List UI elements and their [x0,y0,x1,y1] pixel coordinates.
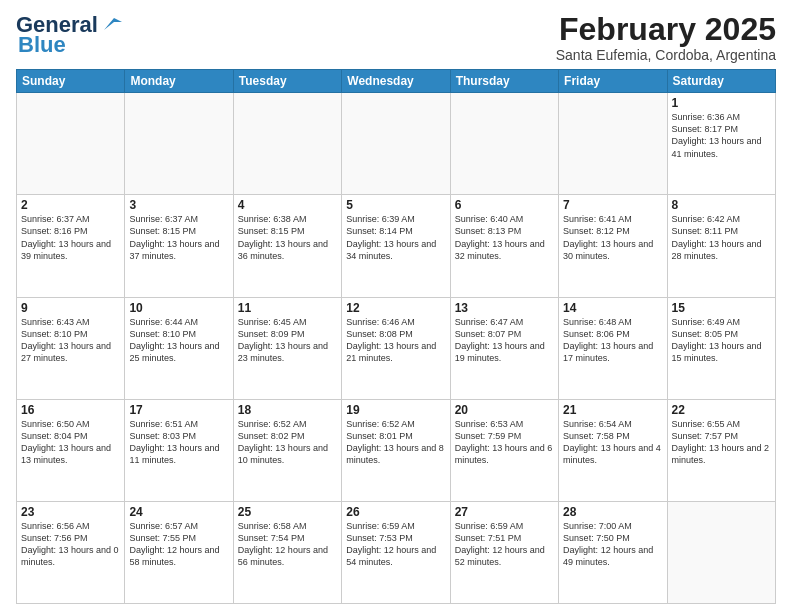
day-info: Sunrise: 6:52 AM Sunset: 8:01 PM Dayligh… [346,418,445,467]
table-row: 3Sunrise: 6:37 AM Sunset: 8:15 PM Daylig… [125,195,233,297]
day-number: 20 [455,403,554,417]
table-row: 10Sunrise: 6:44 AM Sunset: 8:10 PM Dayli… [125,297,233,399]
table-row [667,501,775,603]
table-row: 12Sunrise: 6:46 AM Sunset: 8:08 PM Dayli… [342,297,450,399]
day-info: Sunrise: 6:52 AM Sunset: 8:02 PM Dayligh… [238,418,337,467]
day-info: Sunrise: 6:57 AM Sunset: 7:55 PM Dayligh… [129,520,228,569]
day-number: 7 [563,198,662,212]
calendar-title: February 2025 [556,12,776,47]
col-tuesday: Tuesday [233,70,341,93]
table-row: 20Sunrise: 6:53 AM Sunset: 7:59 PM Dayli… [450,399,558,501]
table-row: 1Sunrise: 6:36 AM Sunset: 8:17 PM Daylig… [667,93,775,195]
day-info: Sunrise: 6:37 AM Sunset: 8:15 PM Dayligh… [129,213,228,262]
day-number: 14 [563,301,662,315]
table-row: 22Sunrise: 6:55 AM Sunset: 7:57 PM Dayli… [667,399,775,501]
logo: General Blue [16,12,122,58]
day-info: Sunrise: 6:42 AM Sunset: 8:11 PM Dayligh… [672,213,771,262]
table-row: 19Sunrise: 6:52 AM Sunset: 8:01 PM Dayli… [342,399,450,501]
table-row: 27Sunrise: 6:59 AM Sunset: 7:51 PM Dayli… [450,501,558,603]
day-info: Sunrise: 6:50 AM Sunset: 8:04 PM Dayligh… [21,418,120,467]
day-info: Sunrise: 6:37 AM Sunset: 8:16 PM Dayligh… [21,213,120,262]
day-number: 6 [455,198,554,212]
day-number: 5 [346,198,445,212]
day-info: Sunrise: 6:44 AM Sunset: 8:10 PM Dayligh… [129,316,228,365]
table-row: 18Sunrise: 6:52 AM Sunset: 8:02 PM Dayli… [233,399,341,501]
day-info: Sunrise: 6:45 AM Sunset: 8:09 PM Dayligh… [238,316,337,365]
table-row: 16Sunrise: 6:50 AM Sunset: 8:04 PM Dayli… [17,399,125,501]
calendar-week-row: 16Sunrise: 6:50 AM Sunset: 8:04 PM Dayli… [17,399,776,501]
day-info: Sunrise: 6:39 AM Sunset: 8:14 PM Dayligh… [346,213,445,262]
day-number: 1 [672,96,771,110]
day-number: 15 [672,301,771,315]
table-row [450,93,558,195]
day-number: 9 [21,301,120,315]
col-saturday: Saturday [667,70,775,93]
calendar-subtitle: Santa Eufemia, Cordoba, Argentina [556,47,776,63]
col-wednesday: Wednesday [342,70,450,93]
day-info: Sunrise: 6:56 AM Sunset: 7:56 PM Dayligh… [21,520,120,569]
day-number: 18 [238,403,337,417]
table-row: 23Sunrise: 6:56 AM Sunset: 7:56 PM Dayli… [17,501,125,603]
col-monday: Monday [125,70,233,93]
table-row: 25Sunrise: 6:58 AM Sunset: 7:54 PM Dayli… [233,501,341,603]
day-info: Sunrise: 6:46 AM Sunset: 8:08 PM Dayligh… [346,316,445,365]
calendar-week-row: 23Sunrise: 6:56 AM Sunset: 7:56 PM Dayli… [17,501,776,603]
table-row: 7Sunrise: 6:41 AM Sunset: 8:12 PM Daylig… [559,195,667,297]
day-number: 17 [129,403,228,417]
day-info: Sunrise: 6:54 AM Sunset: 7:58 PM Dayligh… [563,418,662,467]
logo-bird-icon [100,12,122,34]
day-info: Sunrise: 6:41 AM Sunset: 8:12 PM Dayligh… [563,213,662,262]
day-info: Sunrise: 6:38 AM Sunset: 8:15 PM Dayligh… [238,213,337,262]
table-row: 8Sunrise: 6:42 AM Sunset: 8:11 PM Daylig… [667,195,775,297]
day-info: Sunrise: 6:43 AM Sunset: 8:10 PM Dayligh… [21,316,120,365]
page: General Blue February 2025 Santa Eufemia… [0,0,792,612]
header: General Blue February 2025 Santa Eufemia… [16,12,776,63]
table-row: 9Sunrise: 6:43 AM Sunset: 8:10 PM Daylig… [17,297,125,399]
day-info: Sunrise: 6:53 AM Sunset: 7:59 PM Dayligh… [455,418,554,467]
col-friday: Friday [559,70,667,93]
day-number: 11 [238,301,337,315]
day-number: 26 [346,505,445,519]
day-number: 3 [129,198,228,212]
svg-marker-0 [104,18,122,30]
table-row: 15Sunrise: 6:49 AM Sunset: 8:05 PM Dayli… [667,297,775,399]
day-number: 8 [672,198,771,212]
day-info: Sunrise: 6:55 AM Sunset: 7:57 PM Dayligh… [672,418,771,467]
table-row [342,93,450,195]
day-info: Sunrise: 6:48 AM Sunset: 8:06 PM Dayligh… [563,316,662,365]
table-row: 26Sunrise: 6:59 AM Sunset: 7:53 PM Dayli… [342,501,450,603]
calendar-week-row: 2Sunrise: 6:37 AM Sunset: 8:16 PM Daylig… [17,195,776,297]
day-info: Sunrise: 7:00 AM Sunset: 7:50 PM Dayligh… [563,520,662,569]
table-row: 13Sunrise: 6:47 AM Sunset: 8:07 PM Dayli… [450,297,558,399]
day-number: 27 [455,505,554,519]
table-row: 4Sunrise: 6:38 AM Sunset: 8:15 PM Daylig… [233,195,341,297]
calendar-header-row: Sunday Monday Tuesday Wednesday Thursday… [17,70,776,93]
table-row: 28Sunrise: 7:00 AM Sunset: 7:50 PM Dayli… [559,501,667,603]
day-number: 12 [346,301,445,315]
day-number: 4 [238,198,337,212]
day-number: 2 [21,198,120,212]
day-info: Sunrise: 6:49 AM Sunset: 8:05 PM Dayligh… [672,316,771,365]
calendar-week-row: 1Sunrise: 6:36 AM Sunset: 8:17 PM Daylig… [17,93,776,195]
day-number: 24 [129,505,228,519]
table-row [125,93,233,195]
table-row: 21Sunrise: 6:54 AM Sunset: 7:58 PM Dayli… [559,399,667,501]
day-info: Sunrise: 6:40 AM Sunset: 8:13 PM Dayligh… [455,213,554,262]
day-info: Sunrise: 6:51 AM Sunset: 8:03 PM Dayligh… [129,418,228,467]
table-row: 14Sunrise: 6:48 AM Sunset: 8:06 PM Dayli… [559,297,667,399]
day-info: Sunrise: 6:36 AM Sunset: 8:17 PM Dayligh… [672,111,771,160]
day-number: 16 [21,403,120,417]
day-info: Sunrise: 6:47 AM Sunset: 8:07 PM Dayligh… [455,316,554,365]
table-row: 17Sunrise: 6:51 AM Sunset: 8:03 PM Dayli… [125,399,233,501]
table-row: 2Sunrise: 6:37 AM Sunset: 8:16 PM Daylig… [17,195,125,297]
day-number: 13 [455,301,554,315]
day-number: 25 [238,505,337,519]
table-row: 6Sunrise: 6:40 AM Sunset: 8:13 PM Daylig… [450,195,558,297]
day-number: 21 [563,403,662,417]
day-info: Sunrise: 6:59 AM Sunset: 7:51 PM Dayligh… [455,520,554,569]
col-thursday: Thursday [450,70,558,93]
logo-blue: Blue [18,32,66,58]
title-block: February 2025 Santa Eufemia, Cordoba, Ar… [556,12,776,63]
calendar-table: Sunday Monday Tuesday Wednesday Thursday… [16,69,776,604]
day-number: 22 [672,403,771,417]
